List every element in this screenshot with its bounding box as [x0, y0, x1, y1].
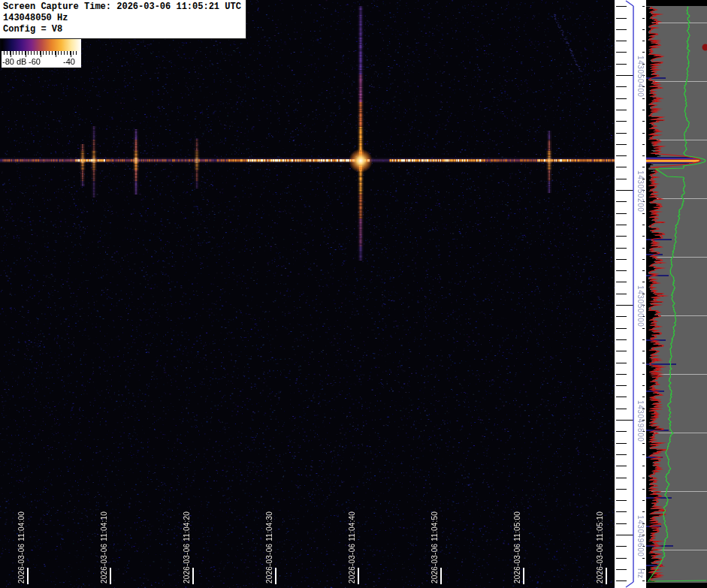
time-label: 2026-03-06 11:04:20: [183, 511, 191, 583]
frequency-tick-label: 143050400: [636, 56, 645, 97]
time-label: 2026-03-06 11:04:10: [100, 511, 108, 583]
colormap-gradient-bar: [2, 39, 81, 51]
waterfall-canvas: [0, 0, 615, 588]
spectrogram-app-window: 2026-03-06 11:04:002026-03-06 11:04:1020…: [0, 0, 707, 588]
legend-major-tick: [56, 51, 56, 57]
legend-minor-ticks: [4, 51, 79, 55]
legend-label-min: -80 dB: [2, 57, 26, 66]
time-tick: [523, 568, 524, 584]
frequency-unit-label: Hz: [636, 568, 645, 578]
legend-label-mid: -60: [29, 57, 41, 66]
time-tick: [192, 568, 194, 584]
legend-label-max: -40: [63, 57, 75, 66]
time-tick: [440, 568, 442, 584]
legend-major-tick: [26, 51, 26, 57]
frequency-tick-label: 143050200: [636, 170, 645, 212]
time-label: 2026-03-06 11:04:00: [17, 511, 26, 583]
legend-db-labels: -80 dB -60 -40: [2, 57, 81, 68]
time-label: 2026-03-06 11:05:00: [513, 511, 521, 583]
capture-time-text: Screen Capture Time: 2026-03-06 11:05:21…: [3, 2, 241, 13]
legend-major-tick: [41, 51, 41, 57]
time-tick: [110, 568, 111, 584]
time-tick: [27, 568, 29, 584]
frequency-tick-label: 143049800: [636, 400, 645, 442]
frequency-tick-label: 143050000: [636, 285, 645, 327]
legend-tick-ruler: [2, 51, 81, 57]
spectrum-graph-canvas: [646, 0, 707, 588]
config-text: Config = V8: [3, 24, 241, 35]
legend-major-tick: [11, 51, 11, 57]
spectrum-graph-panel: [646, 0, 707, 588]
time-label: 2026-03-06 11:04:30: [265, 511, 273, 583]
time-tick: [358, 568, 359, 584]
time-label: 2026-03-06 11:04:50: [431, 511, 439, 583]
frequency-tick-label: 143049600: [636, 515, 645, 556]
color-scale-legend: -80 dB -60 -40: [2, 39, 81, 68]
time-label: 2026-03-06 11:05:10: [596, 511, 604, 583]
time-tick: [275, 568, 276, 584]
time-label: 2026-03-06 11:04:40: [348, 511, 356, 583]
time-tick: [606, 568, 607, 584]
frequency-axis: 1430504001430502001430500001430498001430…: [615, 0, 646, 588]
capture-info-box: Screen Capture Time: 2026-03-06 11:05:21…: [0, 0, 246, 39]
center-frequency-text: 143048050 Hz: [3, 13, 241, 24]
legend-major-tick: [71, 51, 71, 57]
